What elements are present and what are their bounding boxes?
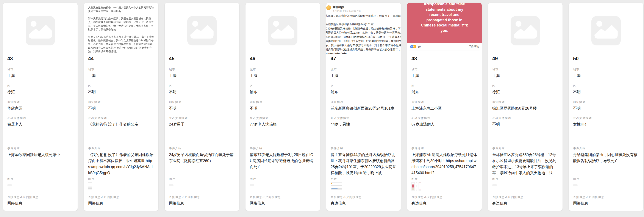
like-button[interactable]: 赞	[409, 51, 433, 54]
field-label-address: 地址描述	[492, 100, 505, 104]
field-label-district: 区	[169, 84, 172, 88]
card-attachment-preview[interactable]: Irresponsible and false statements about…	[407, 3, 482, 54]
share-button-label: 分享	[467, 54, 473, 54]
field-label-city: 城市	[492, 68, 498, 71]
card-attachment-preview[interactable]	[569, 3, 643, 54]
record-card[interactable]: 人都没有这样的机会，一个病人需要几十个人的同时帮助和关怀才有可能获得一丝的机会！…	[84, 2, 159, 211]
field-value-district: 不明	[88, 89, 154, 95]
field-label-district: 区	[492, 84, 496, 88]
field-value-deceased: 44岁，男性	[330, 121, 396, 127]
photo-placeholder	[569, 3, 643, 54]
field-label-district: 区	[7, 84, 10, 88]
field-label-image: 图片	[7, 177, 14, 181]
image-placeholder-icon	[26, 16, 55, 45]
field-label-deceased: 死者大体描述	[573, 116, 592, 120]
field-label-address: 地址描述	[573, 100, 586, 104]
field-value-district: 不明	[573, 89, 639, 95]
field-value-address: 不明	[250, 105, 316, 111]
card-attachment-preview[interactable]	[165, 3, 239, 54]
field-label-address: 地址描述	[250, 100, 262, 104]
image-placeholder-icon	[187, 16, 216, 45]
comment-button[interactable]: 评论	[433, 51, 456, 54]
card-attachment-preview[interactable]	[3, 3, 78, 54]
field-value-district: 徐汇	[492, 89, 558, 95]
weibo-avatar	[326, 5, 331, 10]
field-label-direct: 直接信息还是间接信息	[492, 195, 524, 199]
field-value-address: 不明	[88, 105, 154, 111]
field-label-district: 区	[250, 84, 253, 88]
field-label-city: 城市	[169, 68, 175, 71]
card-attachment-preview[interactable]	[246, 3, 320, 54]
field-value-deceased: 《我的爸爸 没了》作者的父亲	[88, 121, 154, 127]
field-label-image: 图片	[330, 177, 337, 181]
red-post-thumbnail[interactable]	[412, 182, 415, 191]
photo-placeholder	[3, 3, 78, 54]
record-card[interactable]: 茶香禅静 4-2 02:31 来自 iPhone客户端 一名志愿者，昨日我投入路…	[326, 2, 401, 211]
field-value-address: 不明	[573, 105, 639, 111]
card-attachment-preview[interactable]: 人都没有这样的机会，一个病人需要几十个人的同时帮助和关怀才有可能获得一丝的机会！…	[84, 3, 158, 54]
image-placeholder-icon	[592, 16, 621, 45]
image-thumbnails	[250, 182, 254, 186]
card-attachment-preview[interactable]	[488, 3, 562, 54]
record-number: 46	[250, 56, 256, 62]
weibo-post-text: 一名志愿者，昨日我投入路浦西核酸检测的队伍，但是累了一天后晚上接 哥家住浦东新区…	[326, 14, 401, 54]
facebook-action-bar: 赞 评论 分享	[409, 51, 480, 54]
field-label-city: 城市	[7, 68, 14, 71]
facebook-screenshot: Irresponsible and false statements about…	[407, 3, 482, 54]
record-card[interactable]: 46 城市 上海 区 浦东 地址描述 不明 死者大体描述 77岁老人沈瑞根 事件…	[245, 2, 320, 211]
list-thumbnail[interactable]	[418, 182, 421, 191]
weibo-thumbnail[interactable]	[330, 182, 342, 190]
record-card[interactable]: 49 城市 上海 区 徐汇 地址描述 徐汇区罗秀路850弄26号楼 死者大体描述…	[488, 2, 563, 211]
record-number: 44	[88, 56, 94, 62]
image-thumbnails	[573, 182, 578, 186]
weibo-screenshot: 茶香禅静 4-2 02:31 来自 iPhone客户端 一名志愿者，昨日我投入路…	[326, 3, 401, 54]
field-label-direct: 直接信息还是间接信息	[88, 195, 120, 199]
field-label-deceased: 死者大体描述	[250, 116, 268, 120]
attachment-thumbnails[interactable]	[412, 182, 421, 191]
image-thumbnails	[169, 182, 174, 186]
image-thumbnails	[412, 182, 421, 191]
field-value-city: 上海	[7, 73, 73, 79]
field-label-address: 地址描述	[412, 100, 424, 104]
record-number: 47	[330, 56, 336, 62]
share-button[interactable]: 分享	[456, 51, 480, 54]
field-label-direct: 直接信息还是间接信息	[330, 195, 362, 199]
like-reaction-icon	[410, 45, 414, 48]
record-card[interactable]: 50 城市 上海 区 不明 地址描述 不明 死者大体描述 女性HR 事件介绍 丹…	[568, 2, 644, 211]
field-label-deceased: 死者大体描述	[492, 116, 511, 120]
field-value-city: 上海	[492, 73, 558, 79]
field-label-city: 城市	[412, 68, 418, 71]
card-attachment-preview[interactable]: 茶香禅静 4-2 02:31 来自 iPhone客户端 一名志愿者，昨日我投入路…	[326, 3, 401, 54]
photo-placeholder	[165, 3, 239, 54]
record-number: 45	[169, 56, 174, 62]
photo-placeholder	[488, 3, 562, 54]
field-value-event: 《我的爸爸 没了》作者的父亲因延误治疗而不得不高位截肢，未久遍离世 https:…	[88, 152, 154, 176]
field-label-district: 区	[330, 84, 334, 88]
empty-image-pill	[573, 184, 578, 186]
record-card[interactable]: 45 城市 上海 区 不明 地址描述 不明 死者大体描述 24岁男子 事件介绍 …	[164, 2, 240, 211]
field-value-district: 浦东	[412, 89, 478, 95]
field-label-image: 图片	[169, 177, 175, 181]
field-value-address: 不明	[169, 105, 235, 111]
image-placeholder-icon	[268, 16, 298, 45]
facebook-reactions-row: 19 7条评论	[407, 43, 482, 51]
comments-count[interactable]: 7条评论	[470, 45, 479, 48]
field-label-event: 事件介绍	[573, 146, 586, 150]
field-value-event: 博主茶香禅静44岁的堂哥因延误治疗去世：我哥哥家住浦东新区唐镇创新西路28弄24…	[330, 152, 396, 176]
field-value-event: 上海浦东*血透病人延误治疗致死且遗体滞留家中约30小时！https://shar…	[412, 152, 478, 176]
image-placeholder-icon	[510, 16, 540, 45]
record-card[interactable]: Irresponsible and false statements about…	[407, 2, 482, 211]
article-screenshot: 人都没有这样的机会，一个病人需要几十个人的同时帮助和关怀才有可能获得一丝的机会！…	[84, 3, 158, 54]
field-label-event: 事件介绍	[88, 146, 101, 150]
field-label-address: 地址描述	[88, 100, 101, 104]
field-label-city: 城市	[88, 68, 94, 71]
chat-thumbnail[interactable]	[416, 182, 417, 191]
field-label-district: 区	[412, 84, 415, 88]
record-card[interactable]: 43 城市 上海 区 徐汇 地址描述 华欣家园 死者大体描述 独居老人 事件介绍…	[3, 2, 78, 211]
field-value-direct: 网络信息	[7, 201, 73, 206]
document-thumbnail[interactable]	[88, 182, 92, 190]
field-value-event: 浦东77岁老人沈瑞根于3月28日晚在ICU病房因长期未肾透析造成的心肌衰竭而死亡	[250, 152, 316, 170]
field-label-direct: 直接信息还是间接信息	[412, 195, 443, 199]
cards-row: 43 城市 上海 区 徐汇 地址描述 华欣家园 死者大体描述 独居老人 事件介绍…	[3, 2, 644, 211]
field-label-deceased: 死者大体描述	[330, 116, 349, 120]
